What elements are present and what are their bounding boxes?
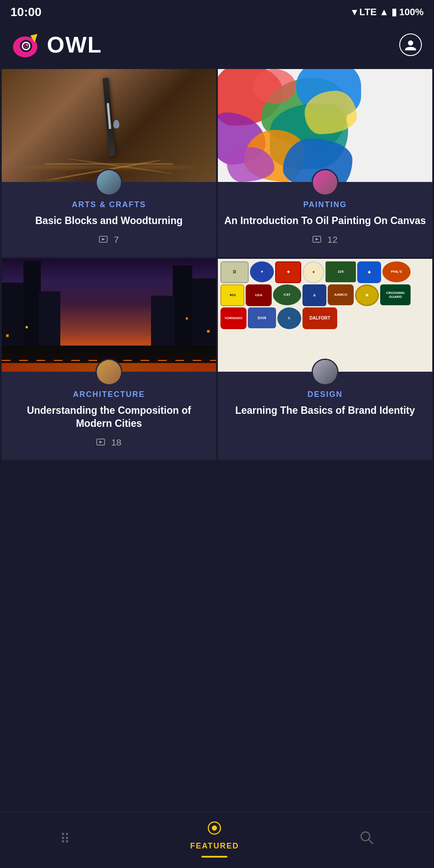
svg-point-16 [212,825,217,831]
battery-icon: ▮ [391,7,397,18]
featured-icon [207,820,222,839]
status-bar: 10:00 ▾ LTE ▲ ▮ 100% [0,0,434,23]
thumbnail-badges: R ★ ✚ ★ 225 ✦ PHIL'S ★66 USA CAT A AAMCO… [218,259,432,372]
video-icon-architecture [96,438,107,447]
courses-grid: ARTS & CRAFTS Basic Blocks and Woodturni… [0,69,434,460]
avatar-brand [312,359,339,386]
avatar-woodturning [95,169,122,196]
category-woodturning: ARTS & CRAFTS [2,200,216,209]
user-profile-button[interactable] [399,33,422,56]
lte-label: LTE [359,7,377,18]
category-brand: DESIGN [218,390,432,399]
meta-brand [218,424,432,436]
title-woodturning: Basic Blocks and Woodturning [2,215,216,228]
nav-item-featured[interactable]: FEATURED [190,820,239,858]
nav-item-grid[interactable]: ⠿ [60,831,70,847]
avatar-container-woodturning [2,169,216,196]
title-brand: Learning The Basics of Brand Identity [218,404,432,417]
course-card-architecture[interactable]: ARCHITECTURE Understanding the Compositi… [2,259,216,460]
avatar-container-architecture [2,359,216,386]
app-header: OWL [0,23,434,69]
category-painting: PAINTING [218,200,432,209]
svg-line-18 [368,839,373,844]
svg-marker-14 [99,441,102,443]
active-indicator [201,856,227,858]
logo: OWL [12,30,102,59]
video-icon-woodturning [99,235,109,244]
meta-architecture: 18 [2,437,216,460]
svg-marker-10 [102,238,105,241]
course-card-brand-identity[interactable]: R ★ ✚ ★ 225 ✦ PHIL'S ★66 USA CAT A AAMCO… [218,259,432,460]
meta-woodturning: 7 [2,234,216,257]
video-icon-painting [312,235,323,244]
logo-text: OWL [47,32,102,58]
status-icons: ▾ LTE ▲ ▮ 100% [352,7,424,18]
title-painting: An Introduction To Oil Painting On Canva… [218,215,432,228]
thumbnail-painting [218,69,432,182]
avatar-architecture [95,359,122,386]
grid-icon: ⠿ [60,831,70,847]
bottom-nav: ⠿ FEATURED [0,812,434,868]
avatar-container-brand [218,359,432,386]
video-count-painting: 12 [327,234,337,245]
svg-point-8 [408,40,413,46]
signal-icon: ▲ [379,7,389,18]
svg-marker-12 [316,238,319,241]
status-time: 10:00 [10,5,42,19]
title-architecture: Understanding the Composition of Modern … [2,404,216,430]
wifi-icon: ▾ [352,7,357,18]
video-count-architecture: 18 [111,437,121,448]
svg-point-7 [26,45,28,46]
search-icon [359,830,374,848]
nav-item-search[interactable] [359,830,374,848]
battery-level: 100% [399,7,424,18]
avatar-painting [312,169,339,196]
thumbnail-woodturning [2,69,216,182]
course-card-woodturning[interactable]: ARTS & CRAFTS Basic Blocks and Woodturni… [2,69,216,257]
meta-painting: 12 [218,234,432,257]
category-architecture: ARCHITECTURE [2,390,216,399]
thumbnail-city [2,259,216,372]
video-count-woodturning: 7 [114,234,119,245]
course-card-painting[interactable]: PAINTING An Introduction To Oil Painting… [218,69,432,257]
logo-icon [12,30,47,59]
user-icon [404,38,417,51]
featured-label: FEATURED [190,842,239,851]
avatar-container-painting [218,169,432,196]
